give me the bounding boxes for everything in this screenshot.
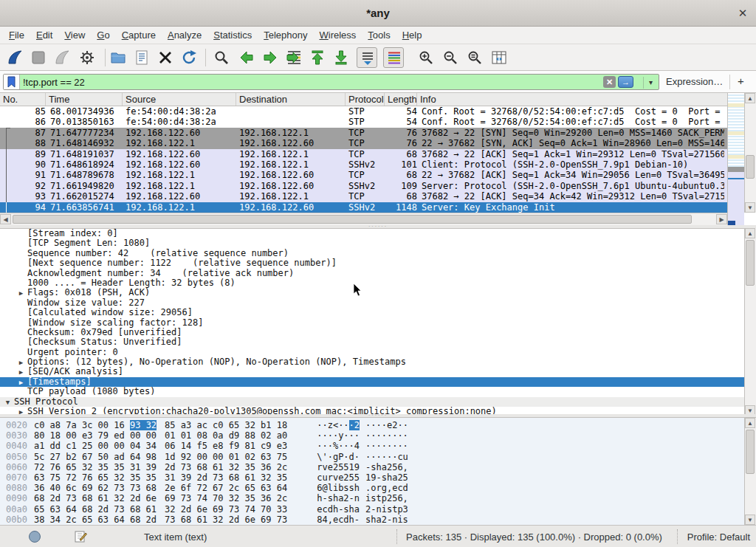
close-window-button[interactable]: ✕: [735, 6, 750, 21]
detail-line[interactable]: [Calculated window size: 29056]: [0, 308, 756, 317]
expand-arrow-icon[interactable]: ▶: [15, 378, 27, 387]
filter-apply-button[interactable]: →: [618, 76, 633, 88]
expand-arrow-icon[interactable]: ▶: [15, 368, 27, 376]
hex-row[interactable]: 007063 75 72 76 65 32 35 3531 39 2d 73 6…: [0, 472, 756, 483]
menu-item[interactable]: Capture: [116, 27, 162, 41]
col-length[interactable]: Length: [385, 93, 417, 106]
detail-line[interactable]: Checksum: 0x79ed [unverified]: [0, 328, 756, 337]
close-file-icon[interactable]: [157, 49, 174, 66]
hex-row[interactable]: 003080 18 00 e3 79 ed 00 0001 01 08 0a d…: [0, 430, 756, 441]
menu-item[interactable]: Help: [396, 27, 428, 41]
detail-line[interactable]: 1000 .... = Header Length: 32 bytes (8): [0, 278, 756, 288]
menu-item[interactable]: Tools: [362, 27, 396, 41]
col-info[interactable]: Info: [417, 93, 727, 106]
packet-row[interactable]: 86 70.013850163 fe:54:00:d4:38:2a STP 54…: [0, 117, 727, 127]
menu-item[interactable]: Statistics: [207, 27, 258, 41]
capture-options-gear-icon[interactable]: [78, 49, 96, 66]
vscroll-thumb[interactable]: [746, 240, 755, 286]
hex-row[interactable]: 00a065 63 64 68 2d 73 68 6132 2d 6e 69 7…: [0, 504, 756, 515]
hex-row[interactable]: 00b038 34 2c 65 63 64 68 2d73 68 61 32 2…: [0, 515, 756, 525]
expert-info-icon[interactable]: [28, 530, 41, 543]
title-bar[interactable]: *any ✕: [0, 0, 756, 27]
expand-arrow-icon[interactable]: ▼: [1, 398, 14, 407]
detail-line[interactable]: [Stream index: 0]: [0, 229, 756, 238]
hex-row[interactable]: 006072 76 65 32 35 35 31 392d 73 68 61 3…: [0, 462, 756, 472]
zoom-out-icon[interactable]: [441, 49, 459, 66]
packet-row[interactable]: 93 71.662015274 192.168.122.60 192.168.1…: [0, 191, 727, 202]
hex-row[interactable]: 008036 40 6c 69 62 73 73 682e 6f 72 67 2…: [0, 483, 756, 493]
detail-line[interactable]: [Checksum Status: Unverified]: [0, 337, 756, 347]
scroll-up-icon[interactable]: ▲: [745, 418, 755, 428]
detail-line[interactable]: [Next sequence number: 1122 (relative se…: [0, 258, 756, 268]
colorize-toggle-button[interactable]: [383, 47, 404, 68]
detail-line[interactable]: Acknowledgment number: 34 (relative ack …: [0, 269, 756, 278]
start-capture-fin-icon[interactable]: [6, 49, 24, 66]
detail-line[interactable]: ▶[SEQ/ACK analysis]: [0, 367, 756, 376]
detail-line[interactable]: Sequence number: 42 (relative sequence n…: [0, 249, 756, 258]
save-file-icon[interactable]: [133, 49, 151, 66]
zoom-in-icon[interactable]: [417, 49, 435, 66]
scroll-down-icon[interactable]: ▼: [745, 515, 755, 525]
scroll-right-icon[interactable]: ▶: [716, 214, 727, 224]
packet-row[interactable]: 85 68.001734936 fe:54:00:d4:38:2a STP 54…: [0, 106, 727, 117]
intelligent-scrollbar-minimap[interactable]: [727, 93, 744, 225]
vscroll-thumb[interactable]: [746, 430, 755, 474]
col-no[interactable]: No.: [0, 93, 46, 106]
expression-button[interactable]: Expression…: [666, 76, 723, 87]
scroll-up-icon[interactable]: ▲: [745, 228, 755, 238]
display-filter-field[interactable]: ✕ → ▾: [3, 74, 659, 90]
go-forward-arrow-icon[interactable]: [261, 49, 279, 66]
menu-item[interactable]: Edit: [30, 27, 58, 41]
detail-line[interactable]: ▶[Timestamps]: [0, 377, 756, 387]
zoom-100-icon[interactable]: [466, 49, 484, 66]
scroll-up-icon[interactable]: ▲: [745, 93, 755, 103]
filter-bookmark-button[interactable]: [4, 75, 20, 89]
auto-scroll-toggle-button[interactable]: [357, 47, 377, 68]
detail-line[interactable]: ▶Flags: 0x018 (PSH, ACK): [0, 288, 756, 297]
hex-vscrollbar[interactable]: ▲ ▼: [744, 418, 756, 525]
col-destination[interactable]: Destination: [236, 93, 346, 106]
expand-arrow-icon[interactable]: ▶: [15, 289, 27, 297]
detail-line[interactable]: ▼SSH Protocol: [0, 397, 756, 407]
menu-item[interactable]: Wireless: [314, 27, 362, 41]
col-source[interactable]: Source: [123, 93, 236, 106]
scroll-down-icon[interactable]: ▼: [745, 202, 755, 213]
detail-line[interactable]: TCP payload (1080 bytes): [0, 387, 756, 396]
menu-item[interactable]: Telephony: [258, 27, 313, 41]
profile-status[interactable]: Profile: Default: [687, 531, 750, 543]
packet-row[interactable]: 90 71.648618924 192.168.122.60 192.168.1…: [0, 159, 727, 170]
filter-clear-button[interactable]: ✕: [603, 76, 616, 88]
col-time[interactable]: Time: [46, 93, 123, 106]
vscroll-thumb[interactable]: [746, 155, 755, 179]
hscroll-thumb[interactable]: [13, 215, 692, 224]
filter-input[interactable]: [23, 75, 466, 89]
go-to-packet-icon[interactable]: [285, 49, 303, 66]
go-last-packet-icon[interactable]: [332, 49, 350, 66]
hex-row[interactable]: 009068 2d 73 68 61 32 2d 6e69 73 74 70 3…: [0, 493, 756, 503]
menu-item[interactable]: File: [3, 27, 30, 41]
open-file-folder-icon[interactable]: [109, 49, 127, 66]
hex-row[interactable]: 0020c0 a8 7a 3c 00 16 93 3285 a3 ac c0 6…: [0, 420, 756, 430]
packet-row[interactable]: 89 71.648191037 192.168.122.60 192.168.1…: [0, 149, 727, 159]
packet-row[interactable]: 91 71.648789678 192.168.122.1 192.168.12…: [0, 170, 727, 180]
resize-columns-icon[interactable]: [490, 49, 508, 66]
detail-line[interactable]: ▶Options: (12 bytes), No-Operation (NOP)…: [0, 357, 756, 367]
menu-item[interactable]: View: [58, 27, 91, 41]
detail-line[interactable]: Urgent pointer: 0: [0, 348, 756, 357]
restart-capture-icon[interactable]: [53, 49, 71, 66]
col-protocol[interactable]: Protocol: [346, 93, 385, 106]
menu-item[interactable]: Analyze: [162, 27, 207, 41]
reload-icon[interactable]: [180, 49, 198, 66]
go-first-packet-icon[interactable]: [309, 49, 326, 66]
scroll-left-icon[interactable]: ◀: [0, 214, 11, 224]
find-packet-magnifier-icon[interactable]: [213, 49, 230, 66]
capture-comment-icon[interactable]: [74, 530, 87, 543]
expand-arrow-icon[interactable]: ▶: [15, 358, 27, 367]
packet-list-hscrollbar[interactable]: ◀ ▶: [0, 213, 727, 225]
filter-history-caret[interactable]: ▾: [643, 77, 653, 89]
detail-line[interactable]: Window size value: 227: [0, 298, 756, 308]
packet-row[interactable]: 94 71.663856741 192.168.122.1 192.168.12…: [0, 202, 727, 213]
hex-row[interactable]: 00505c 27 b2 67 50 ad 64 981d 92 00 00 0…: [0, 452, 756, 462]
go-back-arrow-icon[interactable]: [238, 49, 255, 66]
add-filter-button[interactable]: +: [738, 75, 744, 87]
